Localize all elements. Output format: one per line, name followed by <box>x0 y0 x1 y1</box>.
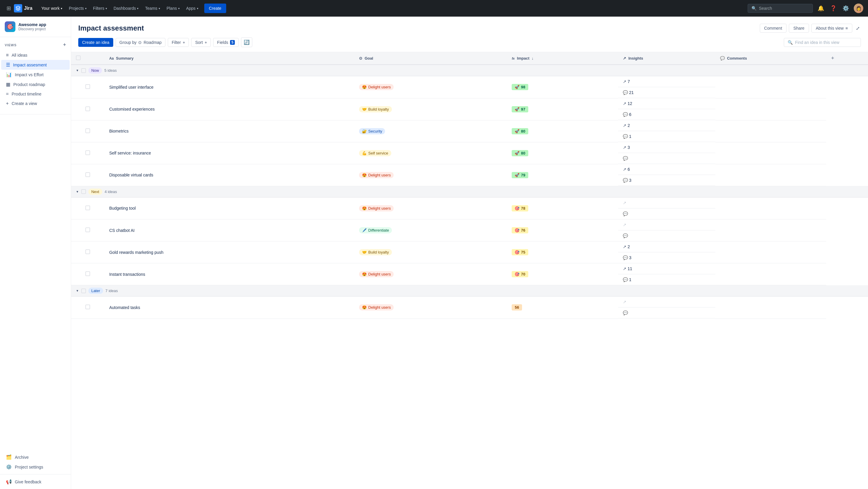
chevron-down-icon: ▾ <box>197 7 198 10</box>
row-checkbox[interactable] <box>85 271 90 276</box>
sidebar-item-product-roadmap[interactable]: ▦ Product roadmap <box>1 80 70 89</box>
nav-filters[interactable]: Filters ▾ <box>90 4 110 12</box>
select-all-checkbox[interactable] <box>76 56 81 60</box>
sidebar-item-impact-assessment[interactable]: ☰ Impact assesment <box>1 60 70 70</box>
group-by-button[interactable]: Group by ⊙ Roadmap <box>116 38 165 47</box>
project-header[interactable]: 🎯 Awesome app Discovery project <box>0 17 71 37</box>
nav-projects[interactable]: Projects ▾ <box>66 4 90 12</box>
row-checkbox[interactable] <box>85 305 90 309</box>
sidebar-item-all-ideas[interactable]: ≡ All ideas <box>1 51 70 60</box>
row-summary[interactable]: Gold rewards marketing push <box>104 241 354 263</box>
summary-col-icon: Aa <box>109 56 114 61</box>
about-view-button[interactable]: About this view ≡ <box>811 24 852 33</box>
sidebar-item-give-feedback[interactable]: 📢 Give feedback <box>1 477 70 487</box>
nav-dashboards[interactable]: Dashboards ▾ <box>111 4 142 12</box>
settings-icon[interactable]: ⚙️ <box>841 4 850 13</box>
sidebar-item-project-settings[interactable]: ⚙️ Project settings <box>1 462 70 472</box>
chevron-down-icon: ▾ <box>159 7 160 10</box>
notifications-icon[interactable]: 🔔 <box>816 4 825 13</box>
row-comments: 💬3 <box>618 175 715 186</box>
search-icon: 🔍 <box>788 40 793 45</box>
expand-icon[interactable]: ▼ <box>76 190 79 193</box>
row-impact: 🎯76 <box>507 219 618 241</box>
goal-col-icon: ⊙ <box>359 56 362 61</box>
row-impact: 🎯75 <box>507 241 618 263</box>
row-add-col <box>715 241 827 263</box>
row-checkbox[interactable] <box>85 172 90 177</box>
help-icon[interactable]: ❓ <box>829 4 838 13</box>
row-add-col <box>715 164 827 186</box>
row-summary[interactable]: Automated tasks <box>104 297 354 319</box>
trend-icon: ↗ <box>623 222 626 227</box>
row-summary[interactable]: Simplified user interface <box>104 76 354 98</box>
expand-icon[interactable]: ▼ <box>76 289 79 293</box>
comment-button[interactable]: Comment <box>760 24 787 33</box>
row-summary[interactable]: Customised experiences <box>104 98 354 120</box>
row-comments: 💬 <box>618 231 715 241</box>
fields-button[interactable]: Fields 5 <box>213 38 239 47</box>
nav-plans[interactable]: Plans ▾ <box>164 4 183 12</box>
search-icon: 🔍 <box>751 6 756 11</box>
jira-logo[interactable]: Jira <box>14 4 32 12</box>
row-goal: 😍 Delight users <box>354 164 507 186</box>
group-checkbox[interactable] <box>81 68 86 73</box>
add-column-button[interactable]: + <box>831 55 834 61</box>
idea-search-input[interactable] <box>795 40 857 45</box>
expand-icon[interactable]: ▼ <box>76 69 79 72</box>
nav-your-work[interactable]: Your work ▾ <box>38 4 65 12</box>
sidebar-item-product-timeline[interactable]: = Product timeline <box>1 89 70 99</box>
row-checkbox[interactable] <box>85 227 90 232</box>
goal-label: Security <box>368 129 382 133</box>
goal-emoji: 🖊️ <box>362 228 367 233</box>
row-summary[interactable]: Budgeting tool <box>104 197 354 219</box>
refresh-button[interactable]: 🔄 <box>241 37 252 47</box>
sort-button[interactable]: Sort + <box>191 38 211 47</box>
search-box[interactable]: 🔍 <box>748 4 813 13</box>
idea-search-box[interactable]: 🔍 <box>784 38 861 47</box>
row-checkbox[interactable] <box>85 84 90 89</box>
views-section: VIEWS + ≡ All ideas ☰ Impact assesment 📊… <box>0 37 71 112</box>
row-summary[interactable]: Disposable virtual cards <box>104 164 354 186</box>
row-checkbox[interactable] <box>85 128 90 133</box>
row-summary[interactable]: Instant transactions <box>104 263 354 285</box>
search-input[interactable] <box>759 6 809 11</box>
row-add-col <box>715 297 827 319</box>
nav-teams[interactable]: Teams ▾ <box>142 4 163 12</box>
share-button[interactable]: Share <box>789 24 809 33</box>
header-actions: Comment Share About this view ≡ ⤢ <box>760 24 861 33</box>
impact-value: 80 <box>521 151 525 155</box>
insights-count: 11 <box>627 266 632 271</box>
nav-apps[interactable]: Apps ▾ <box>183 4 201 12</box>
group-row-later: ▼ Later 7 ideas <box>71 285 868 297</box>
create-idea-button[interactable]: Create an idea <box>78 38 113 47</box>
comment-icon: 💬 <box>623 255 628 260</box>
sidebar-item-archive[interactable]: 🗂️ Archive <box>1 452 70 462</box>
row-summary[interactable]: Biometrics <box>104 120 354 142</box>
group-checkbox[interactable] <box>81 288 86 293</box>
row-summary[interactable]: Self service: insurance <box>104 142 354 164</box>
row-checkbox[interactable] <box>85 106 90 111</box>
impact-emoji: 🎯 <box>515 206 519 211</box>
comment-icon: 💬 <box>623 156 628 161</box>
sort-desc-icon[interactable]: ↓ <box>531 56 534 61</box>
toolbar: Create an idea Group by ⊙ Roadmap Filter… <box>71 33 868 52</box>
filter-button[interactable]: Filter + <box>168 38 189 47</box>
sidebar-item-label: Impact vs Effort <box>15 72 43 77</box>
group-checkbox[interactable] <box>81 189 86 194</box>
row-checkbox[interactable] <box>85 249 90 254</box>
row-checkbox[interactable] <box>85 206 90 210</box>
impact-value: 76 <box>521 228 525 233</box>
sidebar-item-impact-effort[interactable]: 📊 Impact vs Effort <box>1 70 70 80</box>
grid-icon[interactable]: ⊞ <box>5 3 13 13</box>
row-checkbox[interactable] <box>85 150 90 155</box>
insights-count: 12 <box>627 101 632 106</box>
group-tag: Later <box>88 288 103 294</box>
sidebar-item-create-view[interactable]: + Create a view <box>1 99 70 108</box>
avatar[interactable]: 👩 <box>854 4 863 13</box>
impact-value: 97 <box>521 107 525 112</box>
fullscreen-button[interactable]: ⤢ <box>855 24 861 32</box>
row-summary[interactable]: CS chatbot AI <box>104 219 354 241</box>
create-button[interactable]: Create <box>204 4 226 13</box>
comments-count: 3 <box>629 178 631 183</box>
add-view-icon[interactable]: + <box>63 42 66 48</box>
